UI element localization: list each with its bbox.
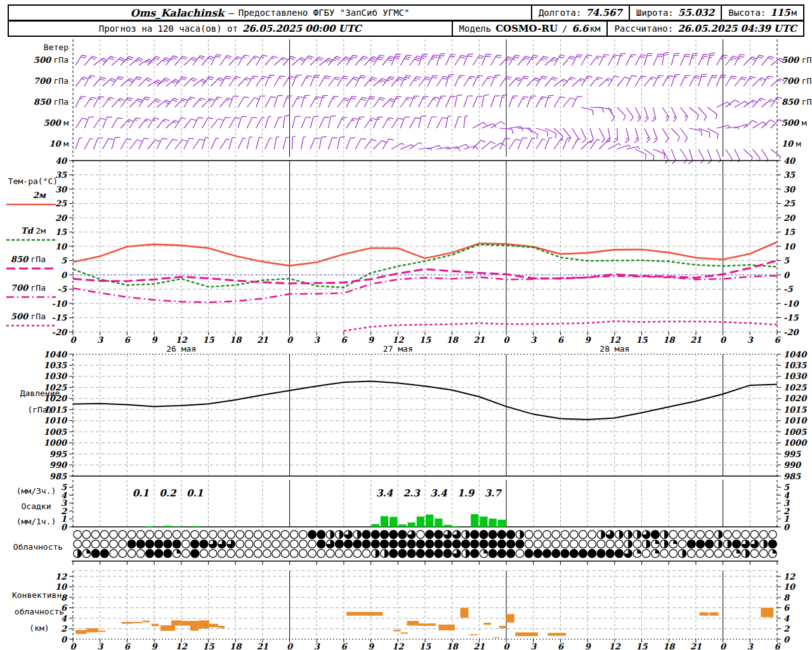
convective-box [499, 626, 506, 628]
header-row-station: Oms_Kalachinsk — Предоставлено ФГБУ "Зап… [8, 4, 804, 21]
svg-text:2: 2 [61, 624, 67, 633]
svg-text:4: 4 [783, 614, 790, 623]
convective-box [346, 612, 383, 616]
svg-text:Td 2м: Td 2м [21, 226, 46, 235]
svg-text:21: 21 [690, 335, 702, 345]
svg-text:6: 6 [341, 335, 348, 345]
svg-text:0: 0 [504, 642, 511, 650]
svg-text:0.1: 0.1 [187, 488, 203, 499]
svg-text:12: 12 [609, 642, 621, 650]
svg-text:12: 12 [783, 572, 796, 581]
svg-text:20: 20 [55, 213, 68, 223]
svg-text:1020: 1020 [783, 394, 808, 403]
svg-text:3.7: 3.7 [485, 488, 502, 499]
svg-text:-20: -20 [52, 328, 68, 337]
svg-text:985: 985 [783, 472, 801, 481]
convective-box [133, 622, 143, 623]
svg-text:985: 985 [49, 472, 67, 481]
svg-text:12: 12 [176, 335, 188, 345]
svg-text:облачность: облачность [15, 607, 64, 616]
station-cell: Oms_Kalachinsk — Предоставлено ФГБУ "Зап… [9, 6, 531, 20]
computed-label: Рассчитано: [614, 23, 673, 34]
svg-text:-15: -15 [783, 313, 799, 322]
svg-text:0: 0 [70, 335, 77, 345]
convective-panel: 002244668810101212Конвективн.облачность(… [12, 571, 796, 650]
convective-box [419, 623, 436, 626]
precip-bar [480, 517, 487, 527]
svg-text:0: 0 [70, 642, 77, 650]
header-row-model: Прогноз на 120 часа(ов) от 26.05.2025 00… [8, 20, 804, 37]
svg-text:10: 10 [783, 582, 796, 592]
svg-text:21: 21 [473, 335, 485, 345]
svg-text:990: 990 [783, 460, 802, 470]
svg-text:0: 0 [783, 635, 790, 644]
svg-text:6: 6 [558, 335, 565, 345]
svg-text:5: 5 [61, 256, 67, 265]
convective-box [209, 624, 218, 627]
meteogram-chart: Ветер500 гПа500 гПа700 гПа700 гПа850 гПа… [0, 0, 812, 650]
precip-bar [372, 524, 379, 527]
computed-time: 26.05.2025 04:39 UTC [678, 23, 797, 34]
svg-text:5: 5 [783, 256, 790, 265]
svg-text:1015: 1015 [783, 405, 807, 415]
convective-box [122, 622, 133, 624]
svg-text:Ветер: Ветер [44, 43, 69, 52]
convective-box [171, 620, 181, 625]
precip-bar [146, 526, 154, 527]
svg-text:5: 5 [783, 482, 790, 492]
svg-text:40: 40 [55, 156, 68, 166]
svg-text:3: 3 [747, 335, 754, 345]
svg-text:1000: 1000 [44, 438, 68, 448]
latitude-label: Широта: [636, 8, 674, 18]
svg-text:0: 0 [61, 635, 68, 644]
latitude-value: 55.032 [678, 7, 714, 18]
svg-text:6: 6 [124, 335, 131, 345]
svg-text:25: 25 [55, 199, 67, 208]
svg-text:1035: 1035 [783, 361, 807, 370]
svg-text:Осадки: Осадки [22, 501, 51, 511]
svg-text:21: 21 [257, 642, 268, 650]
forecast-start-time: 26.05.2025 00:00 UTC [242, 23, 362, 34]
svg-text:15: 15 [419, 335, 431, 345]
svg-text:10 м: 10 м [782, 139, 801, 149]
svg-text:3.4: 3.4 [376, 488, 393, 499]
svg-text:9: 9 [585, 642, 592, 650]
svg-text:12: 12 [55, 572, 67, 581]
model-name: COSMO-RU [495, 23, 558, 34]
svg-text:3: 3 [97, 335, 103, 345]
svg-text:15: 15 [783, 227, 796, 237]
svg-text:995: 995 [783, 449, 801, 459]
temperature-panel: -20-20-15-15-10-10-5-5005510101515202025… [6, 156, 799, 354]
convective-box [709, 613, 718, 616]
svg-text:1010: 1010 [783, 416, 808, 425]
svg-text:9: 9 [585, 335, 592, 345]
svg-text:30: 30 [783, 185, 796, 194]
convective-box [160, 625, 175, 631]
convective-box [700, 613, 709, 616]
svg-text:2.3: 2.3 [403, 488, 421, 499]
convective-box [506, 614, 514, 622]
convective-box [548, 633, 566, 636]
computed-cell: Рассчитано: 26.05.2025 04:39 UTC [606, 22, 803, 36]
svg-text:10: 10 [783, 242, 796, 251]
svg-text:9: 9 [368, 335, 375, 345]
svg-text:18: 18 [230, 642, 242, 650]
svg-text:15: 15 [55, 227, 67, 237]
convective-box [393, 630, 400, 631]
svg-text:0: 0 [287, 335, 294, 345]
precip-bar [453, 526, 461, 527]
svg-text:Облачность: Облачность [13, 542, 63, 552]
precip-bar [471, 514, 478, 527]
cloudiness-panel: Облачность [13, 531, 778, 565]
precipitation-panel: 001122334455(мм/3ч.)Осадки(мм/1ч.)0.10.2… [16, 480, 790, 532]
svg-text:18: 18 [663, 335, 676, 345]
svg-text:1005: 1005 [783, 427, 807, 437]
forecast-label: Прогноз на 120 часа(ов) от [99, 23, 238, 34]
precip-bar [173, 526, 181, 527]
svg-text:0: 0 [61, 270, 68, 280]
svg-text:0.2: 0.2 [159, 488, 177, 499]
svg-text:1005: 1005 [44, 427, 67, 437]
svg-text:2м: 2м [33, 190, 47, 200]
svg-text:0.1: 0.1 [133, 488, 149, 499]
precip-bar [426, 515, 433, 527]
